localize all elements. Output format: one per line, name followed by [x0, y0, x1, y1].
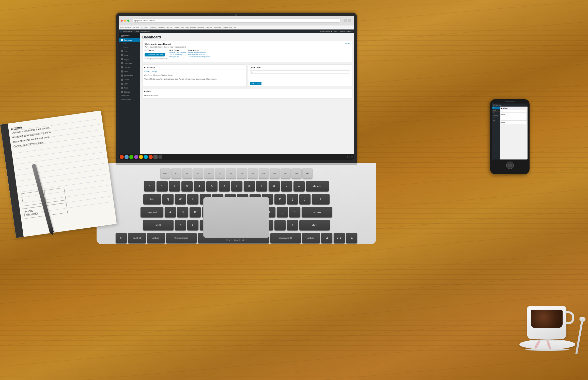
next-step-blog[interactable]: Write your first blog post [169, 52, 186, 53]
key-3[interactable]: 3 [181, 181, 193, 192]
sidebar-item-users[interactable]: Users [119, 82, 140, 86]
key-6[interactable]: 6 [219, 181, 230, 192]
sidebar-item-plugins[interactable]: Plugins [119, 78, 140, 82]
key-slash[interactable]: / [287, 220, 298, 230]
bookmark-gmail[interactable]: KF G Mail [142, 27, 148, 28]
bookmark-google[interactable]: Google [175, 27, 179, 28]
key-backslash[interactable]: \ [312, 194, 330, 204]
key-rbracket[interactable]: ] [299, 194, 311, 204]
key-w[interactable]: W [175, 194, 186, 204]
sidebar-item-pages[interactable]: Pages [119, 57, 140, 61]
posts-count[interactable]: 3 Posts [144, 70, 150, 73]
sidebar-item-iclean[interactable]: iclean [119, 69, 140, 74]
bookmark-electronics[interactable]: Electronics Cars, Fa... [158, 27, 173, 28]
sidebar-item-settings[interactable]: Settings [119, 90, 140, 94]
key-z[interactable]: Z [175, 220, 186, 230]
key-shift-left[interactable]: shift [143, 220, 174, 230]
sidebar-item-comments[interactable]: Comments [119, 61, 140, 65]
key-f11[interactable]: F11 [281, 168, 290, 179]
bookmark-todo[interactable]: TODOism - Your tasks [206, 27, 221, 28]
key-f2[interactable]: F2 [182, 168, 192, 179]
key-arrow-right[interactable]: ▶ [346, 233, 357, 243]
key-f12[interactable]: F12 [292, 168, 301, 179]
key-tab[interactable]: tab [143, 194, 161, 204]
bookmark-track[interactable]: Track my order | ma... [222, 27, 237, 28]
sidebar-item-imageslider[interactable]: ImageSlider [119, 94, 140, 97]
mobile-sidebar-pages[interactable]: Pages [492, 112, 500, 114]
browser-settings-icon[interactable] [348, 19, 351, 22]
key-f3[interactable]: F3 [193, 168, 203, 179]
key-7[interactable]: 7 [231, 181, 242, 192]
next-step-about[interactable]: Add an About page [169, 54, 186, 55]
key-fn[interactable]: fn [116, 233, 127, 243]
key-f9[interactable]: F9 [259, 168, 269, 179]
key-s[interactable]: S [177, 207, 188, 217]
key-f6[interactable]: F6 [226, 168, 236, 179]
customize-site-btn[interactable]: Customize Your Site [145, 53, 165, 56]
mobile-sidebar-comments[interactable]: Comments [492, 114, 500, 117]
key-capslock[interactable]: caps lock [141, 207, 163, 217]
sidebar-item-media[interactable]: Media [119, 53, 140, 57]
sidebar-item-dashboard[interactable]: Dashboard [119, 38, 140, 42]
key-control[interactable]: control [128, 233, 146, 243]
key-8[interactable]: 8 [244, 181, 255, 192]
taskbar-icon-1[interactable] [120, 155, 124, 159]
bookmark-mae[interactable]: MAE Email [181, 27, 189, 28]
mobile-sidebar-media[interactable]: Media [492, 109, 500, 112]
browser-ext-icon[interactable] [344, 19, 347, 22]
key-9[interactable]: 9 [256, 181, 267, 192]
bookmark-bliss[interactable]: Bliss stuff [197, 27, 204, 28]
sidebar-item-contact[interactable]: Contact [119, 65, 140, 69]
key-d[interactable]: D [190, 207, 201, 217]
key-1[interactable]: 1 [157, 181, 168, 192]
bookmark-apps[interactable]: Apps [120, 27, 124, 28]
admin-bar-new[interactable]: + New [134, 31, 139, 32]
key-minus[interactable]: - [281, 181, 292, 192]
key-arrow-left[interactable]: ◀ [321, 233, 332, 243]
sidebar-item-videolicense[interactable]: Video License [119, 97, 140, 101]
key-5[interactable]: 5 [206, 181, 218, 192]
key-return[interactable]: return [302, 207, 332, 217]
sidebar-item-updates[interactable]: Updates [119, 46, 140, 49]
trackpad[interactable] [203, 197, 269, 238]
key-2[interactable]: 2 [169, 181, 180, 192]
key-x[interactable]: X [187, 220, 198, 230]
sidebar-item-home[interactable]: Home [119, 42, 140, 46]
dismiss-button[interactable]: Dismiss [345, 42, 350, 44]
key-q[interactable]: Q [162, 194, 174, 204]
key-f1[interactable]: F1 [172, 168, 181, 179]
key-0[interactable]: 0 [269, 181, 280, 192]
key-semicolon[interactable]: ; [277, 207, 288, 217]
key-arrow-updown[interactable]: ▲▼ [334, 233, 345, 243]
taskbar-icon-8[interactable] [153, 155, 158, 159]
key-a[interactable]: A [165, 207, 176, 217]
taskbar-icon-7[interactable] [149, 155, 153, 159]
help-btn[interactable]: Help ▼ [334, 31, 339, 32]
key-backtick[interactable]: ` [144, 181, 155, 192]
admin-bar-site[interactable]: lgpgolfpro.com [123, 31, 133, 32]
key-command-right[interactable]: command ⌘ [270, 233, 301, 243]
key-quote[interactable]: ' [289, 207, 300, 217]
key-command-left[interactable]: ⌘ command [166, 233, 197, 243]
more-action-widgets[interactable]: Manage widgets or menus [188, 52, 210, 53]
key-shift-right[interactable]: shift [299, 220, 330, 230]
key-option-right[interactable]: option [302, 233, 320, 243]
smartphone-home-btn[interactable] [506, 162, 514, 169]
bookmark-facebook[interactable]: Facebook [150, 27, 156, 28]
smartphone-screen[interactable]: WP New Post Posts Media Pages Comments A… [492, 104, 528, 159]
taskbar-icon-4[interactable] [134, 155, 138, 159]
quick-draft-title-input[interactable] [250, 70, 350, 74]
key-eject[interactable]: ⏏ [303, 168, 312, 179]
bookmark-imported[interactable]: Imported From Firef... [125, 27, 140, 28]
taskbar-icon-3[interactable] [129, 155, 133, 159]
key-e[interactable]: E [187, 194, 198, 204]
screen-options-btn[interactable]: Screen Options ▼ [320, 31, 332, 32]
sidebar-item-appearance[interactable]: Appearance [119, 74, 140, 78]
taskbar-icon-9[interactable] [158, 155, 162, 159]
key-delete[interactable]: delete [306, 181, 329, 192]
quick-draft-content[interactable] [250, 74, 350, 80]
key-f10[interactable]: F10 [270, 168, 280, 179]
key-f7[interactable]: F7 [237, 168, 247, 179]
key-period[interactable]: . [274, 220, 286, 230]
next-step-view[interactable]: View your site [169, 56, 186, 57]
